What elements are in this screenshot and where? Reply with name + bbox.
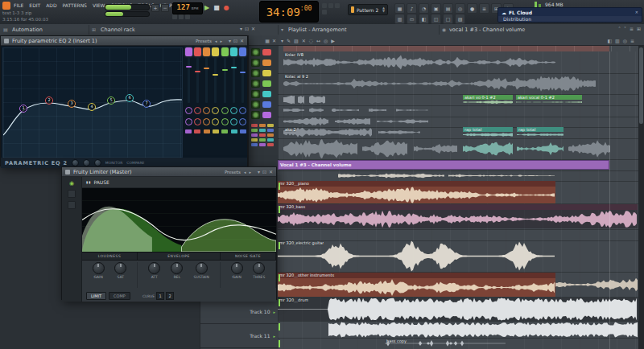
menu-patterns[interactable]: PATTERNS (63, 2, 87, 8)
step-edit-icon[interactable]: ▦ (394, 3, 405, 14)
eq-band-handle-5[interactable]: 5 (107, 96, 115, 105)
gain-knob[interactable] (93, 262, 105, 274)
clip-vocal-1-3-channel-volume[interactable]: Vocal 1 #3 - Channel volume (278, 160, 609, 170)
scroll-down-icon[interactable]: ˅ (624, 26, 626, 31)
knob-sustain[interactable]: SUSTAIN (194, 262, 209, 288)
clip-rap-total[interactable]: rap total (517, 127, 564, 138)
rack-channel-row[interactable] (251, 111, 276, 119)
close-icon[interactable]: ✕ (240, 38, 244, 43)
eq-band-handle-7[interactable]: 7 (142, 100, 151, 108)
monitor-label[interactable]: MONITOR (105, 161, 123, 165)
bandwidth-knob[interactable] (203, 118, 210, 125)
audio-clip[interactable] (283, 138, 357, 159)
detach-icon[interactable]: ▾ (229, 38, 231, 43)
multilink-icon[interactable]: ◎ (455, 3, 465, 14)
clip-bass-copy[interactable]: bass copy (385, 339, 506, 348)
mixer-icon[interactable]: ▥ (394, 14, 405, 24)
channel-button[interactable] (262, 49, 271, 55)
pause-label[interactable]: PAUSE (93, 179, 109, 185)
audio-clip[interactable] (378, 127, 420, 138)
limiter-titlebar[interactable]: Fruity Limiter (Master) Presets ◂ ▸ ▾⊡✕ (62, 167, 276, 177)
freq-knob[interactable] (221, 107, 229, 114)
channel-button[interactable] (262, 60, 271, 66)
hp-knob[interactable] (83, 159, 90, 166)
menu-edit[interactable]: EDIT (29, 2, 40, 8)
stop-icon[interactable]: ■ (213, 4, 220, 12)
channel-rack-icon[interactable]: ⊞ (92, 27, 96, 32)
channel-button[interactable] (262, 101, 271, 108)
rack-channel-row[interactable] (251, 59, 276, 67)
playlist-menu-icon[interactable]: ▾ (281, 27, 283, 32)
scroll-up-icon[interactable]: ˄ (618, 26, 621, 31)
slider-track[interactable] (233, 58, 235, 103)
bandwidth-knob[interactable] (221, 118, 229, 125)
slider-handle[interactable] (231, 67, 237, 68)
grid-icon[interactable]: □ (443, 14, 453, 24)
rack-grid-cell[interactable] (251, 143, 258, 146)
step-led[interactable] (251, 80, 260, 88)
minus-button[interactable]: − (161, 4, 169, 12)
master-volume-slider[interactable] (105, 4, 150, 10)
rack-grid-cell[interactable] (251, 124, 258, 127)
clip-mr-320-other-instruments[interactable]: mr 320__other instruments (278, 273, 555, 297)
delete-tool-icon[interactable]: ✕ (302, 38, 306, 43)
rack-grid-cell[interactable] (259, 133, 266, 137)
presets-label[interactable]: Presets (225, 170, 241, 174)
eq-band-slider[interactable] (239, 47, 247, 157)
tab-comp[interactable]: COMP (109, 292, 130, 300)
playlist-vertical-scrollbar[interactable] (638, 46, 644, 349)
automation-clip-icon[interactable]: ◉ (442, 27, 446, 32)
rack-grid-cell[interactable] (267, 124, 274, 127)
loop-icon[interactable] (328, 3, 333, 8)
freq-knob[interactable] (239, 107, 246, 114)
slider-cap[interactable] (203, 47, 210, 56)
audio-clip[interactable] (517, 138, 564, 159)
browser-icon[interactable]: ◧ (419, 14, 429, 24)
eq-band-handle-4[interactable]: 4 (88, 103, 96, 111)
rel-knob[interactable] (171, 262, 183, 274)
audio-clip[interactable] (338, 171, 444, 180)
audio-clip[interactable] (369, 105, 386, 115)
panel-title-vocal-automation[interactable]: vocal 1 #3 - Channel volume (449, 27, 525, 33)
preset-next-icon[interactable]: ▸ (220, 39, 222, 43)
rack-grid-cell[interactable] (259, 138, 266, 142)
slider-cap[interactable] (221, 47, 229, 56)
knob-att[interactable]: ATT (148, 262, 160, 288)
audio-clip[interactable] (568, 138, 610, 159)
close-icon[interactable]: ✕ (635, 10, 638, 14)
preset-prev-icon[interactable]: ◂ (215, 39, 217, 43)
eq-frequency-graph[interactable]: 1234567 (2, 47, 183, 158)
knob-rel[interactable]: REL (171, 262, 183, 288)
note-icon[interactable]: ♪ (407, 3, 417, 14)
eq-band-slider[interactable] (221, 47, 229, 157)
channel-button[interactable] (262, 80, 271, 87)
clip-kolac-al-9-2[interactable]: Kolac al 9 2 (283, 74, 596, 93)
main-level-knob[interactable] (72, 159, 79, 166)
wave-view-icon[interactable] (68, 190, 76, 198)
clip-mr-320-bass[interactable]: mr 320_bass (278, 204, 638, 228)
wait-icon[interactable] (185, 14, 190, 19)
tools-icon[interactable]: ▨ (455, 14, 465, 24)
step-led[interactable] (251, 59, 260, 67)
lp-knob[interactable] (94, 159, 101, 166)
audio-clip[interactable] (362, 138, 407, 159)
bandwidth-knob[interactable] (239, 118, 246, 125)
knob-sat[interactable]: SAT (114, 262, 126, 288)
audio-clip[interactable] (309, 95, 325, 105)
clip-rap-total[interactable]: rap total (463, 127, 513, 138)
eq-band-slider[interactable] (203, 47, 211, 157)
slider-handle[interactable] (186, 66, 192, 68)
eq-band-slider[interactable] (193, 47, 201, 157)
freq-knob[interactable] (185, 107, 192, 114)
menu-file[interactable]: FILE (14, 2, 23, 8)
bandwidth-knob[interactable] (230, 118, 237, 125)
overdub-icon[interactable] (322, 3, 327, 8)
slider-track[interactable] (196, 58, 199, 103)
panel-title-playlist[interactable]: Playlist - Arrangement (288, 27, 346, 33)
bandwidth-knob[interactable] (212, 118, 219, 125)
preset-next-icon[interactable]: ▸ (249, 170, 251, 174)
bandwidth-knob[interactable] (185, 118, 192, 125)
slider-handle[interactable] (204, 68, 209, 69)
menu-icon[interactable]: ≡ (479, 3, 489, 14)
eq-band-handle-3[interactable]: 3 (68, 100, 76, 108)
